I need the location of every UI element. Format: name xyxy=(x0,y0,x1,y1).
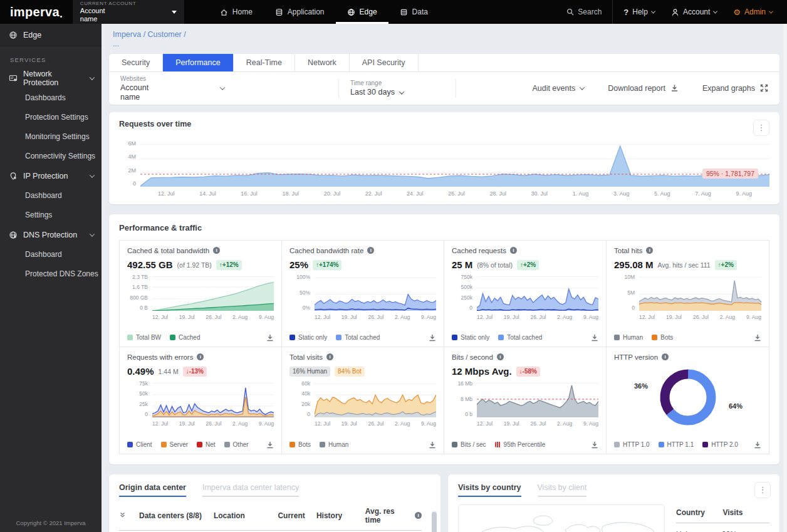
nav-item-application[interactable]: Application xyxy=(264,0,336,24)
info-icon[interactable] xyxy=(510,247,517,254)
download-icon[interactable] xyxy=(754,334,761,342)
info-icon[interactable] xyxy=(367,247,374,254)
legend-item: HTTP 2.0 xyxy=(702,441,738,448)
download-icon[interactable] xyxy=(591,441,598,449)
scrollbar-thumb[interactable] xyxy=(432,512,437,532)
download-report-button[interactable]: Download report xyxy=(608,84,679,93)
visits-by-country-card: Visits by country Visits by client xyxy=(448,474,779,532)
chart-plot xyxy=(315,274,436,311)
visits-table: Country Visits Unknown 33% xyxy=(676,504,769,532)
search-button[interactable]: Search xyxy=(558,8,610,16)
tab-real-time[interactable]: Real-Time xyxy=(234,54,295,71)
gear-icon: ⚙ xyxy=(733,8,741,16)
sidebar-group-network-protection[interactable]: Network Protection xyxy=(0,68,102,88)
audit-events-dropdown[interactable]: Audit events xyxy=(532,84,584,93)
x-axis-labels: 12. Jul19. Jul26. Jul2. Aug9. Aug xyxy=(152,420,274,427)
sidebar-group-dns-protection[interactable]: DNS Protection xyxy=(0,225,102,245)
metric-value: 25 M xyxy=(452,259,472,270)
table-row[interactable]: Unknown 33% xyxy=(676,523,769,532)
chart-plot xyxy=(152,274,274,311)
table-scrollbar[interactable] xyxy=(432,511,437,532)
primary-nav: Home Application Edge Data xyxy=(209,0,439,24)
world-map[interactable] xyxy=(458,504,665,532)
sidebar-root-edge[interactable]: Edge xyxy=(0,24,102,46)
y-tick: 2M xyxy=(128,168,136,174)
legend-item: Client xyxy=(127,441,152,448)
donut-label-64: 64% xyxy=(729,402,743,410)
trend-badge: ↓-13% xyxy=(183,367,207,377)
x-tick: 26. Jul xyxy=(530,420,546,427)
current-account-label: CURRENT ACCOUNT xyxy=(80,1,136,6)
metric-sub: (of 1.92 TB) xyxy=(177,261,212,269)
sidebar-item-dashboards[interactable]: Dashboards xyxy=(0,88,102,108)
x-tick: 26. Jul xyxy=(448,190,465,197)
y-tick: 10M xyxy=(624,274,635,280)
sidebar-item-ip-dashboard[interactable]: Dashboard xyxy=(0,186,102,206)
metric-sub: Avg. hits / sec 111 xyxy=(658,261,711,269)
bot-share-badge: 84% Bot xyxy=(335,367,365,377)
download-icon[interactable] xyxy=(266,334,274,342)
collapse-all-icon[interactable] xyxy=(119,511,139,520)
breadcrumb[interactable]: Imperva / Customer / ... xyxy=(109,24,779,54)
sidebar-item-protected-dns-zones[interactable]: Protected DNS Zones xyxy=(0,264,102,284)
time-range-dropdown[interactable]: Time range Last 30 days xyxy=(350,80,444,97)
x-axis-labels: 12. Jul14. Jul16. Jul18. Jul20. Jul22. J… xyxy=(140,190,769,199)
info-icon[interactable] xyxy=(415,512,422,519)
tab-origin-data-center[interactable]: Origin data center xyxy=(119,483,186,497)
sidebar-item-ip-settings[interactable]: Settings xyxy=(0,206,102,225)
sidebar-item-protection-settings[interactable]: Protection Settings xyxy=(0,108,102,127)
admin-menu[interactable]: ⚙ Admin xyxy=(725,8,781,16)
x-tick: 14. Jul xyxy=(199,190,216,197)
sidebar-item-monitoring-settings[interactable]: Monitoring Settings xyxy=(0,127,102,147)
page-scrollbar[interactable] xyxy=(783,24,787,532)
nav-item-edge[interactable]: Edge xyxy=(336,0,388,24)
y-axis-labels: 100%50%0% xyxy=(289,274,315,311)
tab-performance[interactable]: Performance xyxy=(163,54,234,71)
tile-cached-total-bandwidth: Cached & total bandwidth 492.55 GB (of 1… xyxy=(120,241,282,347)
legend-swatch xyxy=(127,335,133,340)
download-icon[interactable] xyxy=(591,334,598,342)
legend-item: Bots xyxy=(652,334,673,341)
tab-api-security[interactable]: API Security xyxy=(350,54,419,71)
tab-visits-by-client[interactable]: Visits by client xyxy=(538,483,587,497)
y-tick: 5M xyxy=(627,290,635,296)
info-icon[interactable] xyxy=(213,247,220,254)
legend-item: Human xyxy=(320,441,348,448)
nav-item-home[interactable]: Home xyxy=(209,0,264,24)
data-centers-table: Data centers (8/8) Location Current Hist… xyxy=(119,503,422,532)
account-menu[interactable]: Account xyxy=(663,8,725,16)
current-account-switcher[interactable]: CURRENT ACCOUNT Account name xyxy=(72,0,185,24)
y-axis-labels: 75k50k25k0 xyxy=(127,381,152,417)
legend-swatch xyxy=(452,335,457,340)
download-icon[interactable] xyxy=(429,441,436,449)
download-icon[interactable] xyxy=(754,441,761,449)
info-icon[interactable] xyxy=(197,353,204,360)
kebab-menu-icon[interactable] xyxy=(754,482,771,498)
trend-badge: ↑+2% xyxy=(517,260,539,270)
tab-imperva-data-center-latency[interactable]: Imperva data center latency xyxy=(202,483,299,497)
imperva-logo: imperva xyxy=(0,0,72,24)
tab-security[interactable]: Security xyxy=(109,54,163,71)
main-content: Imperva / Customer / ... Security Perfor… xyxy=(102,24,787,532)
legend-swatch xyxy=(289,442,295,447)
download-icon[interactable] xyxy=(266,441,274,449)
x-tick: 19. Jul xyxy=(666,314,682,320)
edge-globe-icon xyxy=(9,31,18,39)
legend-item: Human xyxy=(614,334,643,341)
tab-network[interactable]: Network xyxy=(295,54,350,71)
nav-item-data[interactable]: Data xyxy=(388,0,439,24)
sidebar-item-dns-dashboard[interactable]: Dashboard xyxy=(0,245,102,264)
tab-visits-by-country[interactable]: Visits by country xyxy=(458,483,521,497)
sidebar-group-ip-protection[interactable]: IP Protection xyxy=(0,166,102,186)
expand-graphs-button[interactable]: Expand graphs xyxy=(702,84,768,93)
info-icon[interactable] xyxy=(662,353,669,360)
info-icon[interactable] xyxy=(497,353,504,360)
websites-dropdown[interactable]: Websites Account name xyxy=(120,75,327,102)
divider xyxy=(612,0,613,24)
sidebar-item-connectivity-settings[interactable]: Connectivity Settings xyxy=(0,147,102,166)
kebab-menu-icon[interactable] xyxy=(753,120,769,136)
download-icon[interactable] xyxy=(429,334,436,342)
info-icon[interactable] xyxy=(326,353,333,360)
help-menu[interactable]: ? Help xyxy=(615,8,663,17)
info-icon[interactable] xyxy=(646,247,653,254)
